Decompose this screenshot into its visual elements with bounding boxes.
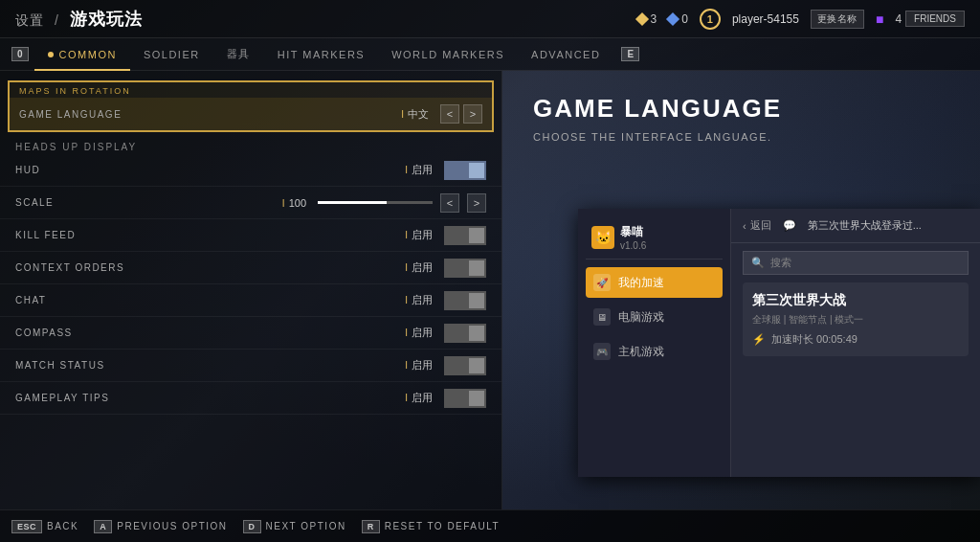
popup-menu-console-games[interactable]: 🎮 主机游戏 — [586, 336, 723, 367]
tab-dot-icon — [48, 52, 54, 57]
popup-menu-my-speed[interactable]: 🚀 我的加速 — [586, 267, 723, 298]
match-status-value: 启用 — [226, 358, 433, 373]
chat-label: CHAT — [15, 295, 226, 305]
scale-next-button[interactable]: > — [467, 193, 486, 213]
back-arrow-icon: ‹ — [743, 220, 746, 232]
rename-button[interactable]: 更换名称 — [811, 10, 864, 29]
level-badge: 1 — [700, 9, 721, 30]
popup-menu-pc-games[interactable]: 🖥 电脑游戏 — [586, 302, 723, 332]
gold-stat: 3 — [637, 12, 657, 26]
gameplay-tips-toggle[interactable] — [444, 389, 486, 408]
gold-count: 3 — [651, 12, 657, 26]
game-language-prev-button[interactable]: < — [440, 104, 459, 124]
blue-count: 0 — [681, 12, 688, 26]
friends-button[interactable]: FRIENDS — [905, 11, 965, 27]
popup-menu-pc-label: 电脑游戏 — [618, 309, 664, 326]
game-language-label: GAME LANGUAGE — [19, 109, 230, 120]
chat-row: CHAT 启用 — [0, 284, 501, 317]
chat-value: 启用 — [226, 293, 433, 307]
game-language-next-button[interactable]: > — [463, 104, 482, 124]
back-action-label: BACK — [47, 521, 78, 531]
kill-feed-toggle[interactable] — [444, 226, 486, 245]
breadcrumb-current: 游戏玩法 — [70, 10, 143, 29]
friends-count: 4 — [895, 12, 902, 26]
popup-menu-speed-icon: 🚀 — [593, 274, 611, 291]
left-panel: MAPS IN ROTATION GAME LANGUAGE 中文 < > HE… — [0, 71, 502, 509]
scale-value: 100 — [226, 197, 306, 209]
popup-right-header: ‹ 返回 💬 第三次世界大战登录过... — [731, 209, 980, 243]
d-key-badge[interactable]: D — [243, 520, 261, 533]
scale-slider[interactable] — [318, 201, 433, 204]
scale-prev-button[interactable]: < — [440, 193, 459, 213]
popup-logo-row: 🐱 暴喵 v1.0.6 — [586, 220, 723, 260]
match-status-label: MATCH STATUS — [15, 360, 226, 371]
popup-back-button[interactable]: ‹ 返回 — [743, 218, 771, 233]
game-language-row[interactable]: GAME LANGUAGE 中文 < > — [10, 98, 492, 130]
speed-duration: 加速时长 00:05:49 — [771, 332, 858, 347]
game-language-value: 中文 — [230, 107, 429, 122]
hud-value: 启用 — [226, 163, 433, 177]
nav-end-key[interactable]: E — [621, 47, 639, 61]
hud-label: HUD — [15, 165, 226, 175]
esc-action: ESC BACK — [11, 520, 78, 533]
tab-common-label: COMMON — [59, 49, 117, 60]
popup-game-card: 第三次世界大战 全球服 | 智能节点 | 模式一 ⚡ 加速时长 00:05:49 — [743, 282, 969, 356]
match-status-toggle[interactable] — [444, 356, 486, 375]
blue-diamond-icon — [666, 11, 679, 25]
popup-search-placeholder: 搜索 — [770, 256, 791, 270]
top-bar: 设置 / 游戏玩法 3 0 1 player-54155 更换名称 ■ 4 FR… — [0, 0, 980, 38]
lightning-icon: ⚡ — [752, 333, 766, 346]
popup-search-bar[interactable]: 🔍 搜索 — [743, 251, 969, 275]
chat-toggle[interactable] — [444, 291, 486, 310]
friends-stat: 4 FRIENDS — [895, 11, 965, 27]
hud-section: HEADS UP DISPLAY HUD 启用 SCALE 100 < > KI… — [0, 138, 501, 415]
next-option-label: NEXT OPTION — [266, 521, 346, 531]
popup-right-panel: ‹ 返回 💬 第三次世界大战登录过... 🔍 搜索 第三次世界大战 全球服 | … — [731, 209, 980, 477]
scale-label: SCALE — [15, 197, 226, 208]
scale-slider-container: < > — [318, 193, 486, 213]
next-action: D NEXT OPTION — [243, 520, 346, 533]
popup-game-title: 第三次世界大战 — [752, 292, 959, 309]
player-name: player-54155 — [732, 12, 799, 26]
esc-key-badge[interactable]: ESC — [11, 520, 42, 533]
hud-toggle[interactable] — [444, 161, 486, 180]
gameplay-tips-row: GAMEPLAY TIPS 启用 — [0, 382, 501, 415]
popup-app-name: 暴喵 — [620, 224, 646, 240]
tab-soldier[interactable]: SOLDIER — [130, 38, 213, 71]
kill-feed-row: KILL FEED 启用 — [0, 219, 501, 252]
accelerator-popup: 🐱 暴喵 v1.0.6 🚀 我的加速 🖥 电脑游戏 🎮 — [578, 209, 980, 477]
tab-hit-markers-label: HIT MARKERS — [278, 49, 365, 60]
tab-equipment-label: 器具 — [227, 47, 251, 61]
main-area: MAPS IN ROTATION GAME LANGUAGE 中文 < > HE… — [0, 71, 980, 509]
scale-row: SCALE 100 < > — [0, 187, 501, 219]
tab-advanced[interactable]: ADVANCED — [518, 38, 613, 71]
twitch-icon: ■ — [876, 11, 883, 27]
tab-hit-markers[interactable]: HIT MARKERS — [264, 38, 378, 71]
popup-icon-msg: 💬 — [783, 219, 796, 232]
game-language-arrows: < > — [440, 104, 482, 124]
popup-menu-console-icon: 🎮 — [593, 343, 611, 360]
breadcrumb: 设置 / 游戏玩法 — [15, 8, 143, 31]
context-orders-toggle[interactable] — [444, 259, 486, 278]
maps-in-rotation-section: MAPS IN ROTATION GAME LANGUAGE 中文 < > — [8, 80, 494, 132]
tab-advanced-label: ADVANCED — [531, 49, 600, 60]
reset-label: RESET TO DEFAULT — [385, 521, 501, 531]
hud-row: HUD 启用 — [0, 154, 501, 187]
compass-label: COMPASS — [15, 327, 226, 338]
nav-key-badge[interactable]: 0 — [11, 47, 29, 61]
top-bar-right: 3 0 1 player-54155 更换名称 ■ 4 FRIENDS — [637, 9, 966, 30]
context-orders-label: CONTEXT ORDERS — [15, 262, 226, 273]
tab-world-markers[interactable]: WORLD MARKERS — [378, 38, 518, 71]
r-key-badge[interactable]: R — [362, 520, 380, 533]
popup-menu-console-label: 主机游戏 — [618, 344, 664, 360]
prev-option-label: PREVIOUS OPTION — [117, 521, 227, 531]
tab-equipment[interactable]: 器具 — [213, 38, 264, 71]
compass-toggle[interactable] — [444, 324, 486, 343]
nav-tabs: 0 COMMON SOLDIER 器具 HIT MARKERS WORLD MA… — [0, 38, 980, 71]
popup-app-info: 暴喵 v1.0.6 — [620, 224, 646, 251]
breadcrumb-parent: 设置 — [15, 12, 44, 28]
compass-row: COMPASS 启用 — [0, 317, 501, 350]
a-key-badge[interactable]: A — [94, 520, 112, 533]
maps-section-header: MAPS IN ROTATION — [10, 82, 492, 98]
tab-common[interactable]: COMMON — [34, 38, 130, 71]
